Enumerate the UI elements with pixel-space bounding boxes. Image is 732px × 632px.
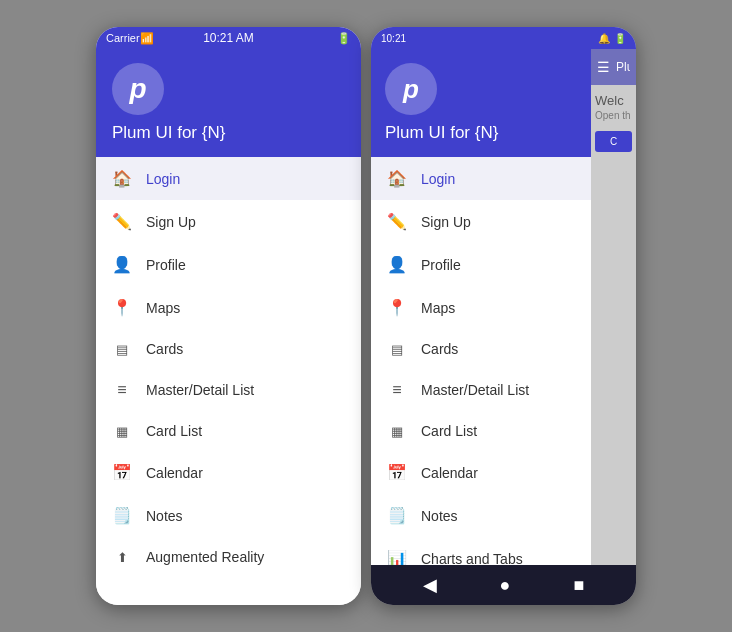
nav-item-signup-left[interactable]: ✏️ Sign Up: [96, 200, 361, 243]
recent-button-right[interactable]: ■: [574, 575, 585, 596]
nav-item-maps-right[interactable]: 📍 Maps: [371, 286, 591, 329]
behind-content: ☰ Plum Welc Open th C: [591, 49, 636, 565]
calendar-icon-right: 📅: [387, 463, 407, 482]
nav-label-notes-left: Notes: [146, 508, 183, 524]
person-icon-right: 👤: [387, 255, 407, 274]
left-app-header: p Plum UI for {N}: [96, 49, 361, 157]
pencil-icon-right: ✏️: [387, 212, 407, 231]
nav-label-cards-right: Cards: [421, 341, 458, 357]
behind-btn[interactable]: C: [595, 131, 632, 152]
home-button-right[interactable]: ●: [500, 575, 511, 596]
map-pin-icon-right: 📍: [387, 298, 407, 317]
nav-item-profile-left[interactable]: 👤 Profile: [96, 243, 361, 286]
map-pin-icon-left: 📍: [112, 298, 132, 317]
person-icon-left: 👤: [112, 255, 132, 274]
nav-item-cardlist-left[interactable]: ▦ Card List: [96, 411, 361, 451]
nav-label-master-left: Master/Detail List: [146, 382, 254, 398]
nav-item-calendar-left[interactable]: 📅 Calendar: [96, 451, 361, 494]
nav-label-notes-right: Notes: [421, 508, 458, 524]
behind-title: Plum: [616, 60, 630, 74]
charts-icon-right: 📊: [387, 549, 407, 565]
time-left: 10:21 AM: [203, 31, 254, 45]
notes-icon-left: 🗒️: [112, 506, 132, 525]
app-title-left: Plum UI for {N}: [112, 123, 225, 143]
battery-right: 🔋: [614, 33, 626, 44]
right-drawer-header: p Plum UI for {N}: [371, 49, 591, 157]
nav-label-login-right: Login: [421, 171, 455, 187]
nav-drawer-left: 🏠 Login ✏️ Sign Up 👤 Profile 📍 Maps ▤ Ca…: [96, 157, 361, 605]
nav-label-master-right: Master/Detail List: [421, 382, 529, 398]
nav-label-calendar-left: Calendar: [146, 465, 203, 481]
nav-label-cardlist-right: Card List: [421, 423, 477, 439]
nav-item-master-right[interactable]: ≡ Master/Detail List: [371, 369, 591, 411]
ar-icon-left: ⬆: [112, 550, 132, 565]
nav-item-charts-right[interactable]: 📊 Charts and Tabs: [371, 537, 591, 565]
status-bar-left: Carrier 📶 10:21 AM 🔋: [96, 27, 361, 49]
nav-label-signup-left: Sign Up: [146, 214, 196, 230]
right-phone-inner: ☰ Plum Welc Open th C p Plum UI for {N}: [371, 49, 636, 565]
home-icon-right: 🏠: [387, 169, 407, 188]
nav-label-charts-right: Charts and Tabs: [421, 551, 523, 566]
nav-label-ar-left: Augmented Reality: [146, 549, 264, 565]
nav-label-profile-right: Profile: [421, 257, 461, 273]
notes-icon-right: 🗒️: [387, 506, 407, 525]
grid-icon-left: ▦: [112, 424, 132, 439]
logo-right: p: [385, 63, 437, 115]
hamburger-behind[interactable]: ☰: [597, 59, 610, 75]
nav-item-signup-right[interactable]: ✏️ Sign Up: [371, 200, 591, 243]
nav-label-maps-right: Maps: [421, 300, 455, 316]
cards-icon-left: ▤: [112, 342, 132, 357]
nav-item-login-right[interactable]: 🏠 Login: [371, 157, 591, 200]
nav-label-signup-right: Sign Up: [421, 214, 471, 230]
app-title-right: Plum UI for {N}: [385, 123, 498, 143]
behind-welcome: Welc: [595, 93, 632, 108]
nav-item-maps-left[interactable]: 📍 Maps: [96, 286, 361, 329]
nav-item-notes-right[interactable]: 🗒️ Notes: [371, 494, 591, 537]
calendar-icon-left: 📅: [112, 463, 132, 482]
logo-left: p: [112, 63, 164, 115]
nav-item-cardlist-right[interactable]: ▦ Card List: [371, 411, 591, 451]
nav-item-calendar-right[interactable]: 📅 Calendar: [371, 451, 591, 494]
status-icons-right: 🔔 🔋: [598, 33, 626, 44]
nav-label-maps-left: Maps: [146, 300, 180, 316]
list-icon-right: ≡: [387, 381, 407, 399]
phone-left: Carrier 📶 10:21 AM 🔋 p Plum UI for {N} 🏠…: [96, 27, 361, 605]
nav-drawer-right: 🏠 Login ✏️ Sign Up 👤 Profile 📍 Maps: [371, 157, 591, 565]
back-button-right[interactable]: ◀: [423, 574, 437, 596]
time-right: 10:21: [381, 33, 406, 44]
status-bar-right: 10:21 🔔 🔋: [371, 27, 636, 49]
phone-right: 10:21 🔔 🔋 ☰ Plum Welc Open th C: [371, 27, 636, 605]
nav-item-cards-right[interactable]: ▤ Cards: [371, 329, 591, 369]
pencil-icon-left: ✏️: [112, 212, 132, 231]
nav-label-profile-left: Profile: [146, 257, 186, 273]
nav-label-calendar-right: Calendar: [421, 465, 478, 481]
carrier: Carrier: [106, 32, 140, 44]
nav-item-login-left[interactable]: 🏠 Login: [96, 157, 361, 200]
nav-item-profile-right[interactable]: 👤 Profile: [371, 243, 591, 286]
nav-item-notes-left[interactable]: 🗒️ Notes: [96, 494, 361, 537]
list-icon-left: ≡: [112, 381, 132, 399]
nav-item-cards-left[interactable]: ▤ Cards: [96, 329, 361, 369]
bottom-bar-right: ◀ ● ■: [371, 565, 636, 605]
screen: Carrier 📶 10:21 AM 🔋 p Plum UI for {N} 🏠…: [0, 0, 732, 632]
home-icon-left: 🏠: [112, 169, 132, 188]
behind-open: Open th: [595, 110, 632, 121]
grid-icon-right: ▦: [387, 424, 407, 439]
nav-label-cards-left: Cards: [146, 341, 183, 357]
cards-icon-right: ▤: [387, 342, 407, 357]
nav-label-cardlist-left: Card List: [146, 423, 202, 439]
wifi-icon: 📶: [140, 32, 154, 45]
nav-item-ar-left[interactable]: ⬆ Augmented Reality: [96, 537, 361, 577]
right-drawer: p Plum UI for {N} 🏠 Login ✏️ Sign Up: [371, 49, 591, 565]
nav-label-login-left: Login: [146, 171, 180, 187]
behind-mini-header: ☰ Plum: [591, 49, 636, 85]
battery-icon: 🔋: [337, 32, 351, 45]
nav-item-master-left[interactable]: ≡ Master/Detail List: [96, 369, 361, 411]
notification-icon: 🔔: [598, 33, 610, 44]
